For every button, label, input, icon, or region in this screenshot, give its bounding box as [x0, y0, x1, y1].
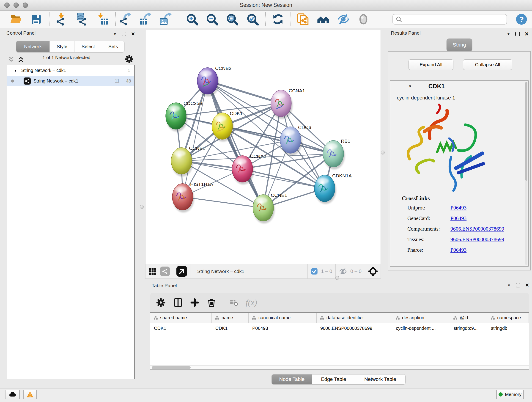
results-scrollbar[interactable] — [525, 82, 527, 265]
search-input[interactable] — [402, 17, 507, 22]
column-header-namespace[interactable]: namespace — [487, 313, 529, 323]
network-selection-status: 1 of 1 Network selected — [7, 55, 126, 60]
network-collection-row[interactable]: ▼ String Network – cdk1 1 — [7, 65, 134, 76]
export-network-button[interactable] — [119, 13, 133, 26]
zoom-selected-button[interactable] — [246, 13, 259, 26]
refresh-view-button[interactable] — [272, 13, 284, 26]
svg-text:CCNB1: CCNB1 — [189, 146, 205, 151]
results-panel-close-icon[interactable]: × — [525, 32, 529, 36]
network-graph[interactable]: CCNB2CCNA1CDC25BCDK1CDC6RB1CCNB1CCNA2CDK… — [146, 30, 380, 264]
table-row[interactable]: CDK1CDK1P064939606.ENSP00000378699cyclin… — [150, 323, 529, 333]
help-button[interactable]: ? — [515, 13, 528, 26]
delete-column-icon[interactable] — [207, 298, 216, 307]
crosslink-link[interactable]: 9606.ENSP00000378699 — [450, 236, 504, 242]
tab-edge-table[interactable]: Edge Table — [312, 375, 355, 384]
tab-select[interactable]: Select — [75, 41, 102, 52]
add-column-icon[interactable] — [190, 298, 199, 307]
network-panel-gear-icon[interactable] — [125, 55, 134, 64]
show-glass-button[interactable] — [358, 13, 369, 25]
crosshair-icon[interactable] — [368, 267, 378, 276]
control-panel-tabs: Network Style Select Sets — [16, 41, 124, 52]
network-canvas[interactable]: CCNB2CCNA1CDC25BCDK1CDC6RB1CCNB1CCNA2CDK… — [145, 30, 381, 264]
zoom-out-button[interactable] — [206, 13, 218, 26]
bottom-splitter-handle[interactable] — [336, 276, 339, 280]
open-session-button[interactable] — [10, 13, 22, 26]
tab-string[interactable]: String — [447, 38, 472, 51]
export-table-button[interactable] — [139, 13, 152, 26]
protein-collapse-icon[interactable]: ▼ — [408, 84, 412, 89]
collapse-all-button[interactable]: Collapse All — [463, 59, 512, 70]
hide-glass-button[interactable] — [337, 13, 350, 26]
svg-text:CCNA1: CCNA1 — [289, 88, 305, 93]
memory-button[interactable]: Memory — [496, 390, 524, 399]
tab-network-table[interactable]: Network Table — [355, 375, 405, 384]
import-table-file-button[interactable] — [95, 13, 109, 26]
hidden-eye-icon[interactable] — [339, 267, 347, 275]
svg-text:CCNE1: CCNE1 — [271, 192, 287, 198]
tab-network[interactable]: Network — [16, 41, 50, 52]
crosslink-label: Pharos: — [407, 247, 423, 253]
control-panel-close-icon[interactable]: × — [131, 32, 135, 36]
table-panel-collapse-icon[interactable]: ▼ — [507, 283, 511, 287]
cloud-button[interactable] — [5, 390, 20, 399]
zoom-in-button[interactable] — [186, 13, 198, 26]
save-session-button[interactable] — [31, 13, 42, 25]
birdseye-grid-icon[interactable] — [148, 267, 157, 276]
divider — [388, 79, 530, 79]
column-header-database-identifier[interactable]: database identifier — [317, 313, 392, 323]
attribute-tree-icon — [153, 316, 158, 320]
toolbar-separator — [291, 12, 291, 26]
table-horizontal-scrollbar[interactable] — [150, 365, 529, 370]
crosslink-link[interactable]: P06493 — [450, 205, 467, 211]
left-splitter-handle[interactable] — [140, 205, 144, 209]
string-home-button[interactable] — [317, 13, 330, 26]
crosslink-label: GeneCard: — [407, 216, 430, 221]
protein-result-card: ▼ CDK1 cyclin-dependent kinase 1 CrossLi… — [390, 80, 529, 267]
string-network-gray-icon[interactable] — [160, 267, 170, 276]
search-box[interactable] — [393, 14, 507, 25]
network-row-label: String Network – cdk1 — [33, 78, 78, 84]
selected-checkbox-icon[interactable] — [311, 268, 318, 275]
control-panel-float-icon[interactable] — [122, 32, 126, 36]
network-node-CDC6: CDC6 — [280, 125, 311, 156]
table-panel-close-icon[interactable]: × — [525, 283, 529, 287]
table-panel-float-icon[interactable] — [516, 283, 520, 287]
table-panel-controls: ▼ × — [507, 283, 529, 287]
show-columns-icon[interactable] — [173, 298, 183, 307]
crosslink-link[interactable]: 9606.ENSP00000378699 — [450, 226, 504, 232]
column-header--id[interactable]: @id — [450, 313, 487, 323]
results-panel-collapse-icon[interactable]: ▼ — [507, 32, 510, 36]
warnings-button[interactable] — [23, 390, 37, 399]
control-panel-collapse-icon[interactable]: ▼ — [113, 32, 117, 36]
toolbar-separator — [115, 12, 116, 26]
table-cell: P06493 — [249, 326, 317, 331]
tab-node-table[interactable]: Node Table — [272, 375, 312, 384]
main-toolbar: ? — [0, 11, 532, 28]
expand-all-button[interactable]: Expand All — [409, 59, 453, 70]
control-panel-title: Control Panel — [6, 30, 36, 36]
open-in-window-icon[interactable] — [177, 266, 187, 277]
svg-text:?: ? — [519, 15, 524, 24]
table-cell: stringdb — [487, 326, 529, 331]
separator — [173, 264, 173, 279]
protein-card-header[interactable]: ▼ CDK1 — [390, 81, 528, 92]
table-gear-icon[interactable] — [156, 298, 166, 307]
tab-sets[interactable]: Sets — [102, 41, 124, 52]
tree-expander-icon[interactable]: ▼ — [14, 69, 17, 72]
export-image-button[interactable] — [159, 13, 172, 26]
share-document-button[interactable] — [297, 13, 309, 26]
zoom-fit-button[interactable] — [226, 13, 238, 26]
import-network-file-button[interactable] — [56, 13, 69, 26]
column-header-description[interactable]: description — [392, 313, 450, 323]
tab-style[interactable]: Style — [50, 41, 75, 52]
column-header-name[interactable]: name — [212, 313, 249, 323]
column-header-shared-name[interactable]: shared name — [150, 313, 212, 323]
import-network-database-button[interactable] — [75, 13, 88, 26]
crosslink-link[interactable]: P06493 — [450, 216, 467, 221]
crosslink-link[interactable]: P06493 — [450, 247, 467, 253]
right-splitter-handle[interactable] — [381, 151, 385, 154]
title-bar: Session: New Session — [0, 0, 532, 11]
results-panel-float-icon[interactable] — [515, 32, 520, 36]
network-row-selected[interactable]: String Network – cdk1 11 48 — [7, 76, 134, 86]
column-header-canonical-name[interactable]: canonical name — [249, 313, 317, 323]
